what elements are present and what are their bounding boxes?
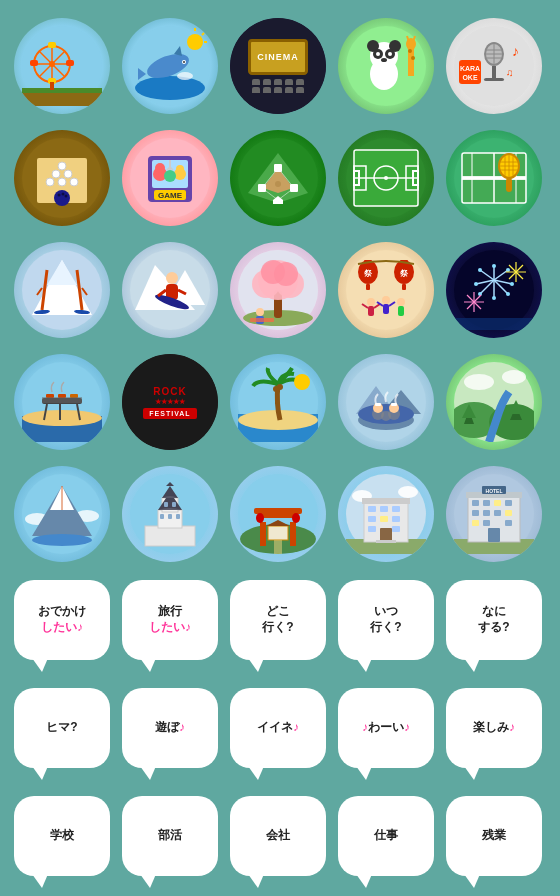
bubble-zangyou-text: 残業 (482, 828, 506, 844)
svg-rect-266 (268, 526, 288, 540)
svg-point-274 (398, 486, 418, 498)
sticker-dolphin[interactable] (122, 18, 218, 114)
svg-rect-50 (484, 78, 504, 81)
sticker-hotspring[interactable] (338, 354, 434, 450)
bubble-zangyou[interactable]: 残業 (446, 796, 542, 876)
svg-rect-258 (168, 514, 172, 519)
sticker-zoo[interactable] (338, 18, 434, 114)
svg-point-61 (46, 178, 54, 186)
sticker-soccer[interactable] (338, 130, 434, 226)
svg-point-64 (54, 190, 70, 206)
bubble-itsu[interactable]: いつ行く? (338, 580, 434, 660)
svg-rect-10 (30, 60, 38, 66)
svg-rect-259 (176, 514, 180, 519)
sticker-amusement[interactable] (14, 18, 110, 114)
svg-text:OKE: OKE (462, 74, 478, 81)
svg-rect-299 (483, 510, 490, 516)
svg-rect-149 (366, 284, 370, 290)
svg-point-159 (397, 298, 405, 306)
bubble-row2: ヒマ? 遊ぼ♪ イイネ♪ ♪わーい♪ 楽しみ♪ (6, 684, 554, 772)
svg-rect-294 (472, 500, 479, 506)
bubble-hima[interactable]: ヒマ? (14, 688, 110, 768)
svg-rect-208 (70, 394, 78, 398)
bubble-tanoshi-text: 楽しみ♪ (473, 720, 515, 736)
bubble-asob[interactable]: 遊ぼ♪ (122, 688, 218, 768)
svg-rect-280 (392, 506, 400, 512)
svg-rect-286 (380, 528, 392, 542)
sticker-grid-row4: ROCK ★★★★★ FESTIVAL (6, 346, 554, 458)
svg-point-157 (382, 296, 390, 304)
sticker-nature[interactable] (446, 354, 542, 450)
bubble-doko-text: どこ行く? (262, 604, 293, 635)
svg-point-180 (474, 282, 478, 286)
svg-point-63 (70, 178, 78, 186)
bubble-odesake[interactable]: おでかけしたい♪ (14, 580, 110, 660)
sticker-shrine[interactable] (230, 466, 326, 562)
bubble-shigoto[interactable]: 仕事 (338, 796, 434, 876)
svg-rect-265 (258, 514, 298, 518)
svg-point-35 (381, 58, 387, 62)
bubble-kaisha[interactable]: 会社 (230, 796, 326, 876)
svg-rect-9 (66, 60, 74, 66)
bubble-hima-text: ヒマ? (46, 720, 77, 736)
svg-text:HOTEL: HOTEL (486, 488, 503, 494)
sticker-hotel2[interactable]: HOTEL (446, 466, 542, 562)
svg-rect-153 (402, 284, 406, 290)
svg-rect-264 (254, 508, 302, 514)
svg-rect-256 (172, 502, 176, 507)
svg-rect-303 (483, 520, 490, 526)
svg-rect-206 (46, 394, 54, 398)
svg-point-181 (478, 268, 482, 272)
bubble-gakko-text: 学校 (50, 828, 74, 844)
bubble-nani-text: なにする? (478, 604, 509, 635)
svg-point-72 (155, 163, 165, 173)
sticker-ski[interactable] (14, 242, 110, 338)
svg-point-74 (176, 165, 184, 173)
svg-rect-304 (505, 520, 512, 526)
bubble-iine[interactable]: イイネ♪ (230, 688, 326, 768)
sticker-tennis[interactable] (446, 130, 542, 226)
sticker-beach[interactable] (230, 354, 326, 450)
cinema-text: CINEMA (257, 52, 299, 62)
bubble-doko[interactable]: どこ行く? (230, 580, 326, 660)
svg-rect-198 (454, 318, 534, 330)
svg-text:GAME: GAME (158, 191, 183, 200)
sticker-baseball[interactable] (230, 130, 326, 226)
bubble-nani[interactable]: なにする? (446, 580, 542, 660)
bubble-row3: 学校 部活 会社 仕事 残業 (6, 792, 554, 880)
sticker-grid-row2: GAME (6, 122, 554, 234)
sticker-bbq[interactable] (14, 354, 110, 450)
bubble-tanoshi[interactable]: 楽しみ♪ (446, 688, 542, 768)
sticker-arcade[interactable]: GAME (122, 130, 218, 226)
sticker-grid-row3: 祭 祭 (6, 234, 554, 346)
svg-text:♪: ♪ (512, 43, 519, 59)
bubble-gakko[interactable]: 学校 (14, 796, 110, 876)
svg-point-217 (273, 386, 279, 392)
sticker-fuji[interactable] (14, 466, 110, 562)
sticker-hanami[interactable] (230, 242, 326, 338)
svg-point-239 (464, 374, 494, 390)
svg-text:KARA: KARA (460, 65, 480, 72)
svg-text:祭: 祭 (363, 269, 373, 278)
sticker-hotel1[interactable] (338, 466, 434, 562)
svg-rect-257 (160, 514, 164, 519)
sticker-fireworks[interactable] (446, 242, 542, 338)
svg-point-59 (52, 170, 60, 178)
svg-rect-268 (274, 540, 282, 554)
bubble-wai[interactable]: ♪わーい♪ (338, 688, 434, 768)
sticker-rockfest[interactable]: ROCK ★★★★★ FESTIVAL (122, 354, 218, 450)
sticker-bowling[interactable] (14, 130, 110, 226)
bubble-bukatsu-text: 部活 (158, 828, 182, 844)
sticker-karaoke[interactable]: KARA OKE ♪ ♫ (446, 18, 542, 114)
sticker-snowboard[interactable] (122, 242, 218, 338)
bubble-shigoto-text: 仕事 (374, 828, 398, 844)
sticker-castle[interactable] (122, 466, 218, 562)
sticker-festival[interactable]: 祭 祭 (338, 242, 434, 338)
svg-line-25 (202, 33, 204, 35)
bubble-bukatsu[interactable]: 部活 (122, 796, 218, 876)
sticker-grid-row5: HOTEL (6, 458, 554, 570)
sticker-cinema[interactable]: CINEMA (230, 18, 326, 114)
svg-point-174 (492, 264, 496, 268)
svg-point-155 (367, 298, 375, 306)
bubble-ryoko[interactable]: 旅行したい♪ (122, 580, 218, 660)
